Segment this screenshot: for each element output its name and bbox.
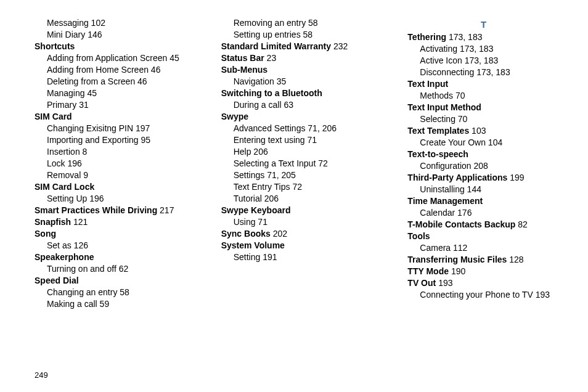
index-entry-pages: 45 <box>169 53 179 63</box>
index-term: SIM Card <box>35 111 187 123</box>
index-entry-label: Changing Exisitng PIN <box>47 123 133 133</box>
index-term: System Volume <box>221 240 374 251</box>
index-entry-pages: 70 <box>455 91 465 100</box>
index-entry-label: SIM Card Lock <box>35 182 94 192</box>
index-entry-pages: 193 <box>536 290 550 300</box>
index-entry-pages: 196 <box>67 158 81 168</box>
index-entry-label: Create Your Own <box>420 137 486 147</box>
index-entry-label: Text Entry Tips <box>234 182 290 192</box>
index-term: TV Out 193 <box>407 277 560 289</box>
index-subentry: Setting Up 196 <box>35 193 187 205</box>
index-entry-pages: 202 <box>273 229 287 239</box>
index-entry-label: Swype <box>221 112 248 121</box>
index-entry-label: Text Input <box>407 79 448 89</box>
index-entry-pages: 104 <box>488 137 502 147</box>
index-entry-pages: 59 <box>100 299 110 309</box>
index-entry-pages: 190 <box>451 266 465 276</box>
index-entry-pages: 193 <box>438 278 452 288</box>
index-term: Time Management <box>407 195 560 207</box>
index-subentry: Deleting from a Screen 46 <box>35 76 187 88</box>
index-term: Speakerphone <box>35 251 187 263</box>
index-column-1: Messaging 102Mini Diary 146ShortcutsAddi… <box>35 17 187 310</box>
index-subentry: Changing an entry 58 <box>35 287 187 298</box>
index-entry-label: Status Bar <box>221 53 264 63</box>
index-subentry: Configuration 208 <box>407 160 560 172</box>
index-term: Speed Dial <box>35 275 187 287</box>
index-term: Text Input Method <box>407 102 560 113</box>
index-subentry: Removing an entry 58 <box>221 17 374 29</box>
index-subentry: Using 71 <box>221 216 374 228</box>
index-subentry: Connecting your Phone to TV 193 <box>407 289 560 301</box>
index-term: Sync Books 202 <box>221 228 374 240</box>
index-subentry: Create Your Own 104 <box>407 137 560 149</box>
index-entry-pages: 173, 183 <box>465 55 499 65</box>
index-entry-label: Removing an entry <box>234 18 306 28</box>
index-term: TTY Mode 190 <box>407 266 560 277</box>
index-subentry: Set as 126 <box>35 240 187 251</box>
index-entry-pages: 35 <box>277 76 287 86</box>
index-entry-pages: 71, 206 <box>308 123 337 133</box>
index-subentry: Tutorial 206 <box>221 193 374 205</box>
index-entry-pages: 63 <box>284 100 293 110</box>
index-entry-pages: 70 <box>458 114 468 124</box>
index-entry-pages: 121 <box>73 217 88 227</box>
index-entry-label: Selecting <box>420 114 455 124</box>
index-entry-pages: 95 <box>141 135 151 145</box>
index-subentry: Navigation 35 <box>221 76 374 88</box>
index-entry-pages: 46 <box>137 76 147 86</box>
index-entry-label: Methods <box>420 91 453 100</box>
index-entry-label: Advanced Settings <box>234 123 306 133</box>
index-subentry: Setting 191 <box>221 251 374 263</box>
index-entry-label: Sub-Menus <box>221 65 267 75</box>
index-columns: Messaging 102Mini Diary 146ShortcutsAddi… <box>35 17 560 310</box>
index-entry-pages: 103 <box>472 126 486 136</box>
index-term: Standard Limited Warranty 232 <box>221 41 374 52</box>
index-entry-label: Connecting your Phone to TV <box>420 290 533 300</box>
index-entry-label: Managing <box>47 88 85 98</box>
index-subentry: Making a call 59 <box>35 298 187 310</box>
index-entry-label: Swype Keyboard <box>221 205 291 215</box>
index-entry-label: Calendar <box>420 208 455 218</box>
index-entry-label: Tethering <box>407 32 446 42</box>
index-entry-pages: 197 <box>136 123 150 133</box>
index-subentry: Insertion 8 <box>35 146 187 158</box>
index-entry-label: SIM Card <box>35 112 72 121</box>
index-subentry: During a call 63 <box>221 99 374 111</box>
index-entry-pages: 208 <box>474 161 488 171</box>
index-subentry: Entering text using 71 <box>221 134 374 146</box>
index-entry-label: Making a call <box>47 299 97 309</box>
index-entry-pages: 206 <box>264 194 279 203</box>
index-section-letter: T <box>407 18 560 30</box>
index-entry-label: Importing and Exporting <box>47 135 139 145</box>
index-entry-label: Messaging <box>47 18 89 28</box>
index-entry-label: Time Management <box>407 196 483 206</box>
index-term: Switching to a Bluetooth <box>221 88 374 99</box>
index-entry-label: Primary <box>47 100 76 110</box>
index-entry-label: Changing an entry <box>47 287 117 297</box>
index-entry-pages: 45 <box>87 88 97 98</box>
index-subentry: Turning on and off 62 <box>35 263 187 275</box>
index-column-2: Removing an entry 58Setting up entries 5… <box>221 17 374 310</box>
index-entry-pages: 176 <box>457 208 472 218</box>
index-entry-label: Set as <box>47 240 71 250</box>
index-term: Swype Keyboard <box>221 205 374 216</box>
index-entry-pages: 232 <box>333 41 348 51</box>
index-entry-label: Text Templates <box>407 126 469 136</box>
index-term: SIM Card Lock <box>35 181 187 193</box>
index-entry-label: Setting <box>234 252 261 262</box>
index-entry-label: Mini Diary <box>47 30 85 39</box>
index-term: Text Templates 103 <box>407 125 560 137</box>
index-subentry: Advanced Settings 71, 206 <box>221 123 374 134</box>
index-subentry: Messaging 102 <box>35 17 187 29</box>
index-term: Smart Practices While Driving 217 <box>35 205 187 216</box>
index-entry-pages: 206 <box>253 147 267 157</box>
index-entry-label: Setting Up <box>47 194 87 203</box>
index-entry-label: Active Icon <box>420 55 462 65</box>
index-entry-label: Snapfish <box>35 217 71 227</box>
index-entry-label: Navigation <box>234 76 274 86</box>
index-entry-label: Song <box>35 229 56 239</box>
index-subentry: Mini Diary 146 <box>35 29 187 41</box>
index-entry-pages: 126 <box>74 240 88 250</box>
index-entry-pages: 102 <box>91 18 105 28</box>
index-entry-label: Help <box>234 147 251 157</box>
